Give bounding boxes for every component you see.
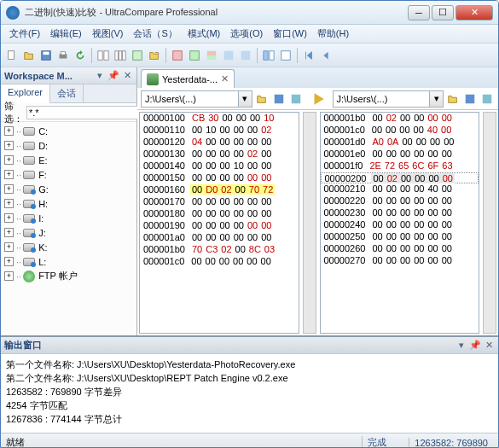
- right-save-icon[interactable]: [462, 91, 478, 107]
- tree-item[interactable]: +··E:: [3, 153, 135, 167]
- expand-icon[interactable]: +: [4, 242, 14, 252]
- menu-item[interactable]: 视图(V): [87, 26, 129, 42]
- refresh-icon[interactable]: [73, 48, 88, 63]
- tree-item[interactable]: +··L:: [3, 254, 135, 269]
- view-all-icon[interactable]: [204, 48, 219, 63]
- left-scrollbar[interactable]: [303, 112, 316, 334]
- expand-icon[interactable]: +: [4, 170, 14, 179]
- hex-row[interactable]: 000001b070C302008C03: [140, 244, 299, 256]
- hex-row[interactable]: 00000120040000000000: [140, 137, 299, 148]
- tree-item[interactable]: +··H:: [3, 196, 135, 211]
- tree-item[interactable]: +··C:: [3, 124, 135, 138]
- output-close-icon[interactable]: ✕: [483, 340, 495, 352]
- expand-icon[interactable]: +: [4, 257, 14, 266]
- tab-close-icon[interactable]: ✕: [221, 73, 229, 84]
- right-path-input[interactable]: J:\Users\(...): [333, 90, 431, 108]
- compare-text3-icon[interactable]: [113, 48, 128, 63]
- print-icon[interactable]: [55, 48, 71, 63]
- hex-row[interactable]: 00000220000000000000: [321, 195, 479, 207]
- open-icon[interactable]: [21, 48, 37, 63]
- tree-item[interactable]: +··F:: [3, 167, 135, 182]
- left-save-icon[interactable]: [271, 91, 287, 107]
- hex-row[interactable]: 00000200000200000000: [321, 172, 479, 183]
- document-tab[interactable]: Yesterdata-... ✕: [141, 69, 235, 88]
- expand-icon[interactable]: +: [4, 213, 14, 223]
- hex-row[interactable]: 000001d0A00A00000000: [321, 137, 479, 148]
- hex-row[interactable]: 000001e0000000000000: [321, 148, 479, 160]
- hex-row[interactable]: 000001c0000000004000: [321, 125, 479, 137]
- right-path-dropdown[interactable]: ▾: [430, 90, 444, 108]
- expand-icon[interactable]: +: [4, 184, 14, 194]
- minimize-button[interactable]: ─: [408, 5, 430, 20]
- hex-row[interactable]: 000001c0000000000000: [140, 256, 299, 268]
- panel-close-icon[interactable]: ✕: [121, 70, 133, 82]
- hex-row[interactable]: 00000150000000000000: [140, 172, 299, 184]
- right-open-icon[interactable]: [445, 91, 461, 107]
- hex-row[interactable]: 00000110001000000002: [140, 125, 299, 137]
- menu-item[interactable]: 选项(O): [225, 26, 268, 42]
- hex-row[interactable]: 00000260000000000000: [321, 243, 479, 255]
- hex-row[interactable]: 00000250000000000000: [321, 231, 479, 243]
- hex-row[interactable]: 00000240000000000000: [321, 219, 479, 231]
- menu-item[interactable]: 文件(F): [4, 26, 45, 42]
- expand-icon[interactable]: +: [4, 141, 14, 150]
- close-button[interactable]: ✕: [455, 5, 493, 20]
- view-match-icon[interactable]: [187, 48, 202, 63]
- output-pin-icon[interactable]: 📌: [469, 340, 481, 352]
- right-scrollbar[interactable]: [483, 112, 496, 334]
- hex-row[interactable]: 00000270000000000000: [321, 255, 479, 267]
- tree-item[interactable]: +··D:: [3, 138, 135, 153]
- tree-item[interactable]: +··K:: [3, 240, 135, 254]
- hex-row[interactable]: 00000130000000000200: [140, 148, 299, 160]
- hex-row[interactable]: 0000016000D002007072: [140, 184, 299, 196]
- compare-binary-icon[interactable]: [130, 48, 145, 63]
- left-hex-pane[interactable]: 00000100CB300000001000000110001000000002…: [139, 112, 299, 334]
- tree-item[interactable]: +··G:: [3, 182, 135, 196]
- tab-session[interactable]: 会话: [50, 84, 84, 102]
- dropdown-icon[interactable]: ▾: [94, 70, 106, 82]
- save-icon[interactable]: [38, 48, 54, 63]
- compare-text-icon[interactable]: [96, 48, 111, 63]
- tree-item[interactable]: +··FTP 帐户: [3, 269, 135, 283]
- hex-row[interactable]: 000001b0000200000000: [321, 113, 479, 125]
- compare-folder-icon[interactable]: [147, 48, 162, 63]
- layout-1pane-icon[interactable]: [278, 48, 293, 63]
- view-diff-icon[interactable]: [170, 48, 185, 63]
- expand-icon[interactable]: +: [4, 155, 14, 165]
- drive-tree[interactable]: +··C:+··D:+··E:+··F:+··G:+··H:+··I:+··J:…: [1, 122, 136, 335]
- hex-row[interactable]: 00000180000000000000: [140, 208, 299, 220]
- left-path-input[interactable]: J:\Users\(...): [141, 90, 239, 108]
- expand-icon[interactable]: +: [4, 271, 14, 281]
- menu-item[interactable]: 会话（S）: [128, 26, 182, 42]
- new-icon[interactable]: [4, 48, 20, 63]
- view-stack-icon[interactable]: [238, 48, 253, 63]
- hex-row[interactable]: 000001a0000000000000: [140, 232, 299, 244]
- pin-icon[interactable]: 📌: [107, 70, 119, 82]
- layout-2pane-icon[interactable]: [261, 48, 276, 63]
- menu-item[interactable]: 编辑(E): [45, 26, 87, 42]
- compare-run-button[interactable]: [309, 90, 328, 108]
- view-side-icon[interactable]: [221, 48, 236, 63]
- left-open-icon[interactable]: [254, 91, 270, 107]
- left-path-dropdown[interactable]: ▾: [239, 90, 252, 108]
- hex-row[interactable]: 00000190000000000000: [140, 220, 299, 232]
- menu-item[interactable]: 帮助(H): [312, 26, 354, 42]
- output-text[interactable]: 第一个文件名称: J:\Users\XU\Desktop\Yesterdata-…: [1, 354, 498, 433]
- expand-icon[interactable]: +: [4, 199, 14, 208]
- menu-item[interactable]: 模式(M): [183, 26, 226, 42]
- filter-input[interactable]: [26, 106, 149, 119]
- hex-row[interactable]: 00000230000000000000: [321, 207, 479, 219]
- output-dropdown-icon[interactable]: ▾: [455, 340, 467, 352]
- expand-icon[interactable]: +: [4, 126, 14, 136]
- tree-item[interactable]: +··I:: [3, 211, 135, 225]
- tree-item[interactable]: +··J:: [3, 225, 135, 240]
- maximize-button[interactable]: ☐: [432, 5, 454, 20]
- hex-row[interactable]: 00000210000000004000: [321, 183, 479, 195]
- nav-prev-icon[interactable]: [318, 48, 334, 63]
- hex-row[interactable]: 000001f02E72656C6F63: [321, 160, 479, 172]
- right-reload-icon[interactable]: [479, 91, 495, 107]
- hex-row[interactable]: 00000100CB3000000010: [140, 113, 299, 125]
- hex-row[interactable]: 00000170000000000000: [140, 196, 299, 208]
- left-reload-icon[interactable]: [288, 91, 304, 107]
- hex-row[interactable]: 00000140000000100000: [140, 160, 299, 172]
